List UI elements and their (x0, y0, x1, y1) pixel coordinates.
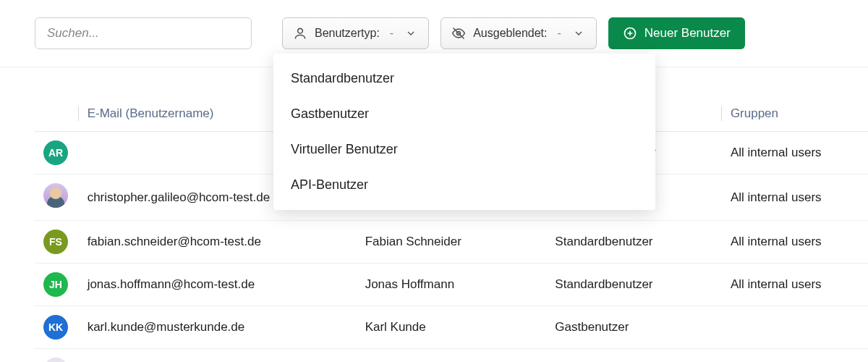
cell-avatar: FS (35, 221, 79, 264)
cell-avatar: JH (35, 264, 79, 306)
usertype-filter[interactable]: Benutzertyp: - (282, 17, 429, 49)
table-row[interactable]: JHjonas.hoffmann@hcom-test.deJonas Hoffm… (35, 264, 868, 306)
new-user-button[interactable]: Neuer Benutzer (608, 17, 745, 49)
cell-email: katrin.lange@hcom-test.de (79, 349, 357, 363)
avatar: AR (43, 140, 68, 165)
col-avatar (35, 96, 79, 132)
avatar: KK (43, 315, 68, 340)
hidden-filter[interactable]: Ausgeblendet: - (441, 17, 597, 49)
cell-groups (722, 306, 868, 349)
usertype-filter-value: - (390, 27, 393, 40)
cell-email: karl.kunde@musterkunde.de (79, 306, 357, 349)
cell-name: Jonas Hoffmann (357, 264, 547, 306)
eye-off-icon (451, 26, 466, 41)
table-row[interactable]: KKkarl.kunde@musterkunde.deKarl KundeGas… (35, 306, 868, 349)
cell-groups: All internal users (722, 132, 868, 174)
table-row[interactable]: FSfabian.schneider@hcom-test.deFabian Sc… (35, 221, 868, 264)
cell-avatar: KK (35, 306, 79, 349)
cell-groups: All internal users (722, 221, 868, 264)
cell-email: jonas.hoffmann@hcom-test.de (79, 264, 357, 306)
cell-usertype: Standardbenutzer (546, 221, 722, 264)
dropdown-item-guest[interactable]: Gastbenutzer (273, 96, 655, 132)
search-input[interactable] (35, 17, 252, 49)
cell-usertype: Standardbenutzer (546, 264, 722, 306)
cell-groups: All internal users (722, 174, 868, 221)
avatar (43, 358, 68, 362)
table-row[interactable]: katrin.lange@hcom-test.deKatrin LangeSta… (35, 349, 868, 363)
cell-email: fabian.schneider@hcom-test.de (79, 221, 357, 264)
avatar: FS (43, 230, 68, 254)
cell-groups: All internal users (722, 264, 868, 306)
cell-usertype: Gastbenutzer (546, 306, 722, 349)
dropdown-item-virtual[interactable]: Virtueller Benutzer (273, 132, 655, 167)
cell-name: Karl Kunde (357, 306, 547, 349)
plus-circle-icon (623, 26, 637, 41)
cell-avatar (35, 349, 79, 363)
svg-point-0 (298, 28, 303, 33)
cell-groups: All internal users (722, 349, 868, 363)
cell-avatar (35, 174, 79, 221)
col-groups[interactable]: Gruppen (722, 96, 868, 132)
avatar (43, 183, 68, 208)
dropdown-item-standard[interactable]: Standardbenutzer (273, 61, 655, 96)
usertype-filter-label: Benutzertyp: (315, 27, 380, 40)
cell-avatar: AR (35, 132, 79, 174)
dropdown-item-api[interactable]: API-Benutzer (273, 167, 655, 203)
hidden-filter-label: Ausgeblendet: (473, 27, 547, 40)
usertype-dropdown: Standardbenutzer Gastbenutzer Virtueller… (273, 54, 655, 210)
user-icon (293, 26, 307, 41)
cell-name: Fabian Schneider (357, 221, 547, 264)
chevron-down-icon (404, 26, 418, 41)
cell-name: Katrin Lange (357, 349, 547, 363)
chevron-down-icon (571, 26, 586, 41)
new-user-label: Neuer Benutzer (644, 26, 731, 41)
cell-usertype: Standardbenutzer (546, 349, 722, 363)
hidden-filter-value: - (557, 27, 561, 40)
avatar: JH (43, 272, 68, 297)
